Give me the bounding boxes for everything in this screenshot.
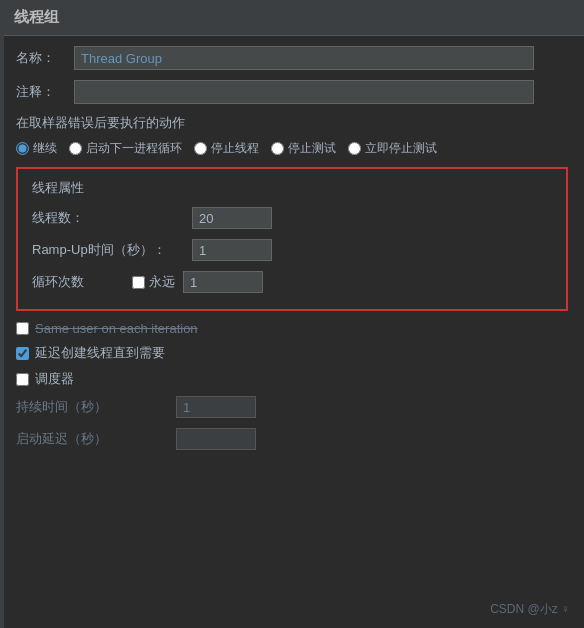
startup-delay-row: 启动延迟（秒） xyxy=(16,428,568,450)
loop-forever-checkbox[interactable] xyxy=(132,276,145,289)
loop-count-label: 循环次数 xyxy=(32,273,132,291)
delay-create-checkbox[interactable] xyxy=(16,347,29,360)
title-text: 线程组 xyxy=(14,8,59,25)
radio-continue[interactable]: 继续 xyxy=(16,140,57,157)
radio-stop-thread[interactable]: 停止线程 xyxy=(194,140,259,157)
radio-stop-thread-label: 停止线程 xyxy=(211,140,259,157)
name-input[interactable] xyxy=(74,46,534,70)
same-user-checkbox[interactable] xyxy=(16,322,29,335)
thread-count-label: 线程数： xyxy=(32,209,192,227)
loop-forever-label[interactable]: 永远 xyxy=(132,273,175,291)
ramp-up-label: Ramp-Up时间（秒）： xyxy=(32,241,192,259)
duration-label: 持续时间（秒） xyxy=(16,398,176,416)
thread-attrs-box: 线程属性 线程数： Ramp-Up时间（秒）： 循环次数 永远 xyxy=(16,167,568,311)
thread-count-input[interactable] xyxy=(192,207,272,229)
radio-stop-test-input[interactable] xyxy=(271,142,284,155)
radio-group: 继续 启动下一进程循环 停止线程 停止测试 立即停止测试 xyxy=(16,140,568,157)
radio-stop-test-now[interactable]: 立即停止测试 xyxy=(348,140,437,157)
scheduler-row: 调度器 xyxy=(16,370,568,388)
radio-stop-test-now-input[interactable] xyxy=(348,142,361,155)
thread-count-row: 线程数： xyxy=(32,207,552,229)
loop-count-input[interactable] xyxy=(183,271,263,293)
delay-create-row: 延迟创建线程直到需要 xyxy=(16,344,568,362)
form-container: 名称： 注释： 在取样器错误后要执行的动作 继续 启动下一进程循环 停止线程 停… xyxy=(0,36,584,470)
radio-stop-thread-input[interactable] xyxy=(194,142,207,155)
radio-next-loop[interactable]: 启动下一进程循环 xyxy=(69,140,182,157)
radio-next-loop-input[interactable] xyxy=(69,142,82,155)
scheduler-checkbox[interactable] xyxy=(16,373,29,386)
radio-next-loop-label: 启动下一进程循环 xyxy=(86,140,182,157)
same-user-label: Same user on each iteration xyxy=(35,321,198,336)
comment-row: 注释： xyxy=(16,80,568,104)
ramp-up-input[interactable] xyxy=(192,239,272,261)
radio-stop-test-label: 停止测试 xyxy=(288,140,336,157)
duration-input[interactable] xyxy=(176,396,256,418)
startup-delay-label: 启动延迟（秒） xyxy=(16,430,176,448)
title-bar: 线程组 xyxy=(0,0,584,36)
left-sidebar-bar xyxy=(0,0,4,628)
watermark: CSDN @小z ♀ xyxy=(490,601,570,618)
scheduler-label: 调度器 xyxy=(35,370,74,388)
delay-create-label: 延迟创建线程直到需要 xyxy=(35,344,165,362)
name-row: 名称： xyxy=(16,46,568,70)
radio-stop-test[interactable]: 停止测试 xyxy=(271,140,336,157)
thread-attrs-title: 线程属性 xyxy=(32,179,552,197)
loop-count-row: 循环次数 永远 xyxy=(32,271,552,293)
ramp-up-row: Ramp-Up时间（秒）： xyxy=(32,239,552,261)
name-label: 名称： xyxy=(16,49,66,67)
radio-continue-label: 继续 xyxy=(33,140,57,157)
radio-continue-input[interactable] xyxy=(16,142,29,155)
sampler-error-label: 在取样器错误后要执行的动作 xyxy=(16,114,568,132)
comment-label: 注释： xyxy=(16,83,66,101)
duration-row: 持续时间（秒） xyxy=(16,396,568,418)
same-user-row: Same user on each iteration xyxy=(16,321,568,336)
loop-forever-text: 永远 xyxy=(149,273,175,291)
radio-stop-test-now-label: 立即停止测试 xyxy=(365,140,437,157)
comment-input[interactable] xyxy=(74,80,534,104)
startup-delay-input[interactable] xyxy=(176,428,256,450)
